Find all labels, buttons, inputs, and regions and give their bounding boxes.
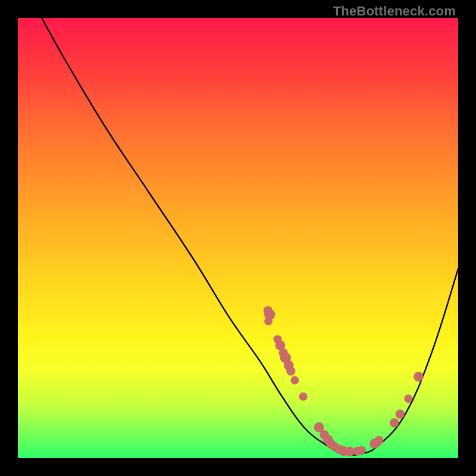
data-point (404, 394, 412, 403)
data-point (290, 376, 299, 384)
chart-container: TheBottleneck.com (0, 0, 476, 476)
data-point (414, 372, 424, 382)
data-point (396, 409, 405, 418)
curve-line (42, 18, 458, 455)
data-points (264, 306, 424, 456)
data-point (286, 367, 295, 375)
data-point (264, 317, 273, 325)
plot-area (18, 18, 458, 458)
data-point (390, 418, 399, 427)
chart-svg (18, 18, 458, 458)
data-point (299, 392, 308, 400)
data-point (374, 436, 383, 445)
data-point (358, 446, 366, 455)
watermark-text: TheBottleneck.com (333, 4, 456, 19)
